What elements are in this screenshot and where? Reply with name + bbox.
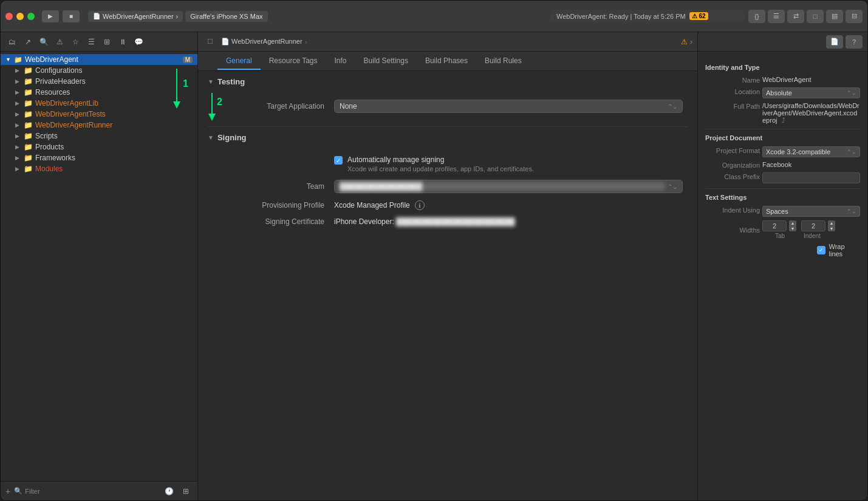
sidebar-item-products[interactable]: ▶ 📁 Products	[1, 141, 197, 152]
rp-help-btn[interactable]: ?	[846, 35, 863, 49]
sidebar-item-configurations[interactable]: ▶ 📁 Configurations	[1, 65, 197, 76]
editor-content: ▼ Testing Target Application None ⌃⌄	[198, 71, 697, 500]
tab-general[interactable]: General	[217, 53, 261, 70]
breadcrumb-device[interactable]: Giraffe's iPhone XS Max	[185, 11, 267, 22]
wrap-lines-checkbox[interactable]: ✓	[817, 246, 825, 254]
sidebar-star-btn[interactable]: ☆	[69, 35, 82, 49]
tab-info[interactable]: Info	[326, 53, 355, 70]
auto-manage-checkbox-field: ✓ Automatically manage signing Xcode wil…	[334, 155, 683, 172]
breadcrumb-runner-item[interactable]: 📄 WebDriverAgentRunner	[221, 38, 302, 46]
indent-width-input[interactable]	[801, 220, 825, 231]
sidebar-vcs-btn[interactable]: ↗	[21, 35, 35, 49]
folder-icon: 📁	[24, 121, 33, 129]
team-label: Team	[213, 182, 334, 191]
canvas-btn[interactable]: □	[807, 10, 824, 23]
tab-width-input[interactable]	[762, 220, 787, 231]
width-row: ▲ ▼ ▲ ▼	[762, 220, 860, 231]
panel-btn[interactable]: ▤	[826, 10, 843, 23]
editor-breadcrumb: 📄 WebDriverAgentRunner ›	[221, 38, 307, 46]
team-dropdown-arrow-icon: ⌃⌄	[668, 183, 677, 190]
sidebar-group-btn[interactable]: ⊞	[179, 485, 193, 498]
testing-section-header[interactable]: ▼ Testing	[198, 71, 697, 91]
sidebar-item-frameworks[interactable]: ▶ 📁 Frameworks	[1, 152, 197, 163]
split-btn[interactable]: ⊟	[846, 10, 863, 23]
rp-org-label: Organization	[705, 161, 760, 169]
indent-width-label: Indent	[804, 233, 821, 239]
nav-right-btn[interactable]: ›	[690, 38, 692, 46]
rp-location-text: Absolute	[766, 89, 846, 97]
rp-format-arrow-icon: ⌃⌄	[847, 149, 856, 155]
sidebar-item-webdriveragentrunner[interactable]: ▶ 📁 WebDriverAgentRunner	[1, 120, 197, 131]
check-icon: ✓	[336, 157, 341, 164]
chevron-right-icon: ▶	[15, 100, 21, 106]
signing-section-header[interactable]: ▼ Signing	[198, 127, 697, 147]
tab-increment-btn[interactable]: ▲	[789, 220, 796, 226]
maximize-button[interactable]	[27, 13, 35, 20]
row-number-checkbox[interactable]: ☐	[203, 38, 217, 46]
breadcrumb-runner[interactable]: 📄 WebDriverAgentRunner ›	[88, 11, 183, 22]
rp-location-row: Location Absolute ⌃⌄	[705, 87, 860, 98]
play-button[interactable]: ▶	[42, 10, 59, 22]
tab-build-settings[interactable]: Build Settings	[355, 53, 417, 70]
indent-decrement-btn[interactable]: ▼	[828, 226, 835, 231]
rp-doc-btn[interactable]: 📄	[826, 35, 843, 49]
main-window: ▶ ■ 📄 WebDriverAgentRunner › Giraffe's i…	[0, 0, 868, 501]
team-value: ████████████████ ⌃⌄	[334, 180, 683, 193]
chevron-right-icon: ▶	[15, 78, 21, 84]
rp-class-prefix-input[interactable]	[762, 172, 860, 183]
sidebar-break-btn[interactable]: ⏸	[116, 35, 129, 49]
sidebar: 🗂 ↗ 🔍 ⚠ ☆ ☰ ⊞ ⏸ 💬 ▼ 📁 WebDriverAgent M	[1, 32, 198, 500]
indent-stepper-arrows: ▲ ▼	[828, 220, 835, 231]
editor-header: ☐ 📄 WebDriverAgentRunner › ⚠ ›	[198, 32, 697, 52]
sidebar-item-webdriveragenttests[interactable]: ▶ 📁 WebDriverAgentTests	[1, 109, 197, 120]
rp-format-row: Project Format Xcode 3.2-compatible ⌃⌄	[705, 146, 860, 157]
webdriveragentrunner-label: WebDriverAgentRunner	[35, 121, 112, 129]
breadcrumb-bar: 📄 WebDriverAgentRunner › Giraffe's iPhon…	[88, 11, 542, 22]
sidebar-item-webdriveragentlib[interactable]: ▶ 📁 WebDriverAgentLib	[1, 98, 197, 109]
rp-fullpath-text: /Users/giraffe/Downloads/WebDriverAgent/…	[762, 102, 859, 124]
webdriveragentlib-label: WebDriverAgentLib	[35, 99, 98, 107]
sidebar-sort-btn[interactable]: 🕐	[162, 485, 176, 498]
info-icon[interactable]: ℹ	[415, 200, 425, 210]
team-dropdown[interactable]: ████████████████ ⌃⌄	[334, 180, 683, 193]
tab-build-phases[interactable]: Build Phases	[417, 53, 476, 70]
code-btn[interactable]: {}	[748, 10, 765, 23]
tab-decrement-btn[interactable]: ▼	[789, 226, 796, 231]
signing-title: Signing	[217, 133, 247, 142]
diff-btn[interactable]: ⇄	[787, 10, 804, 23]
chevron-down-icon: ▼	[5, 56, 12, 63]
sidebar-grid-btn[interactable]: ⊞	[100, 35, 114, 49]
rp-format-value: Xcode 3.2-compatible ⌃⌄	[762, 146, 860, 157]
tab-build-rules[interactable]: Build Rules	[476, 53, 530, 70]
sidebar-chat-btn[interactable]: 💬	[132, 35, 145, 49]
rp-widths-row: Widths ▲ ▼	[705, 220, 860, 239]
rp-location-value: Absolute ⌃⌄	[762, 87, 860, 98]
target-application-dropdown[interactable]: None ⌃⌄	[334, 100, 683, 113]
minimize-button[interactable]	[16, 13, 24, 20]
stop-button[interactable]: ■	[63, 10, 80, 22]
sidebar-item-webdriveragent-root[interactable]: ▼ 📁 WebDriverAgent M	[1, 54, 197, 65]
tab-resource-tags[interactable]: Resource Tags	[261, 53, 326, 70]
sidebar-warning-btn[interactable]: ⚠	[53, 35, 66, 49]
team-row: Team ████████████████ ⌃⌄	[198, 176, 697, 197]
sidebar-search-btn[interactable]: 🔍	[37, 35, 50, 49]
filter-button[interactable]: 🔍 Filter	[14, 487, 39, 495]
rp-location-dropdown[interactable]: Absolute ⌃⌄	[762, 87, 860, 98]
close-button[interactable]	[5, 13, 13, 20]
auto-manage-checkbox[interactable]: ✓	[334, 156, 343, 165]
indent-increment-btn[interactable]: ▲	[828, 220, 835, 226]
sidebar-item-scripts[interactable]: ▶ 📁 Scripts	[1, 131, 197, 141]
sidebar-item-modules[interactable]: ▶ 📁 Modules	[1, 163, 197, 174]
sidebar-item-resources[interactable]: ▶ 📁 Resources	[1, 87, 197, 98]
add-button[interactable]: +	[5, 486, 10, 496]
status-text: WebDriverAgent: Ready | Today at 5:26 PM	[556, 13, 686, 20]
sidebar-lines-btn[interactable]: ☰	[84, 35, 98, 49]
provisioning-label: Provisioning Profile	[213, 201, 334, 210]
rp-format-dropdown[interactable]: Xcode 3.2-compatible ⌃⌄	[762, 146, 860, 157]
sidebar-item-privateheaders[interactable]: ▶ 📁 PrivateHeaders	[1, 76, 197, 87]
folder-icon: 📁	[24, 110, 33, 118]
rp-indent-dropdown[interactable]: Spaces ⌃⌄	[762, 206, 860, 217]
rp-fullpath-link-icon[interactable]: ⤴	[782, 117, 785, 124]
sidebar-folder-btn[interactable]: 🗂	[5, 35, 19, 49]
lines-btn[interactable]: ☰	[768, 10, 785, 23]
